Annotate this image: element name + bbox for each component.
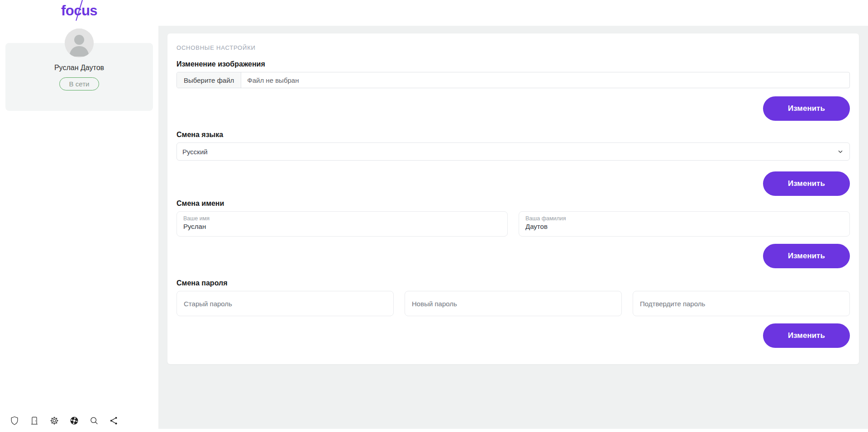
language-select-wrapper: Русский [176, 142, 850, 161]
last-name-input[interactable] [525, 223, 843, 230]
language-section-title: Смена языка [176, 131, 850, 139]
profile-card: Руслан Даутов В сети [5, 43, 153, 111]
choose-file-button[interactable]: Выберите файл [177, 72, 241, 88]
search-button[interactable] [89, 415, 100, 426]
shield-button[interactable] [9, 415, 20, 426]
person-silhouette-icon [65, 28, 94, 57]
password-section-title: Смена пароля [176, 279, 850, 287]
name-section-title: Смена имени [176, 199, 850, 208]
new-password-input[interactable] [405, 291, 622, 316]
first-name-field[interactable]: Ваше имя [176, 211, 508, 237]
avatar[interactable] [65, 28, 94, 57]
name-submit-button[interactable]: Изменить [763, 244, 850, 268]
last-name-label: Ваша фамилия [525, 215, 843, 222]
old-password-input[interactable] [176, 291, 394, 316]
logout-door-button[interactable] [29, 415, 40, 426]
settings-gear-icon [49, 416, 59, 426]
sidebar-footer-nav [9, 415, 119, 426]
online-status-badge: В сети [59, 77, 100, 90]
help-lifebuoy-button[interactable] [69, 415, 80, 426]
settings-gear-button[interactable] [49, 415, 60, 426]
password-submit-button[interactable]: Изменить [763, 323, 850, 348]
language-submit-button[interactable]: Изменить [763, 171, 850, 196]
confirm-password-input[interactable] [633, 291, 850, 316]
language-select[interactable]: Русский [176, 142, 850, 161]
search-icon [89, 416, 99, 426]
password-fields-row [176, 291, 850, 316]
sidebar: focus Руслан Даутов В сети [0, 0, 158, 432]
avatar-file-input[interactable]: Выберите файл Файл не выбран [176, 72, 850, 88]
name-fields-row: Ваше имя Ваша фамилия [176, 211, 850, 237]
share-icon [109, 416, 119, 426]
image-submit-button[interactable]: Изменить [763, 96, 850, 121]
share-button[interactable] [109, 415, 119, 426]
section-title: ОСНОВНЫЕ НАСТРОЙКИ [176, 44, 850, 51]
main-content-area: ОСНОВНЫЕ НАСТРОЙКИ Изменение изображения… [158, 26, 868, 429]
first-name-label: Ваше имя [183, 215, 501, 222]
image-section-title: Изменение изображения [176, 60, 850, 68]
profile-name: Руслан Даутов [5, 64, 153, 72]
logout-door-icon [29, 416, 39, 426]
help-lifebuoy-icon [69, 416, 79, 426]
last-name-field[interactable]: Ваша фамилия [519, 211, 850, 237]
shield-icon [10, 416, 19, 426]
file-status-text: Файл не выбран [241, 72, 305, 88]
first-name-input[interactable] [183, 223, 501, 230]
app-logo[interactable]: focus [0, 3, 158, 19]
settings-card: ОСНОВНЫЕ НАСТРОЙКИ Изменение изображения… [167, 33, 859, 364]
